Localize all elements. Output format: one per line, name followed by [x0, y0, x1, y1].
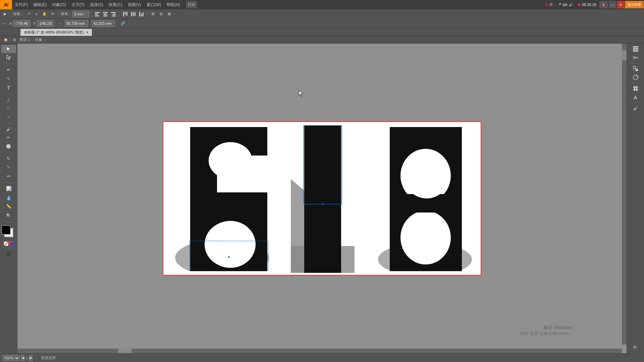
align-left-btn[interactable]: [94, 10, 101, 18]
distribute-v-btn[interactable]: ⊟: [157, 10, 165, 18]
menu-type[interactable]: 文字(T): [69, 0, 87, 9]
curvature-tool[interactable]: ∿: [1, 74, 16, 82]
breadcrumb-bar: 🏠 ⊞ 图层 1 < 对象 >: [0, 36, 644, 44]
y-input[interactable]: [37, 20, 54, 27]
color-swatch[interactable]: [9, 241, 14, 246]
rectangle-tool[interactable]: □: [1, 104, 16, 112]
scale-tool[interactable]: ⤡: [1, 163, 16, 171]
activate-button[interactable]: 激活录课: [625, 1, 644, 8]
transform-panel-btn[interactable]: [628, 65, 643, 73]
svg-rect-44: [633, 66, 636, 69]
blob-brush-tool[interactable]: ⬤: [1, 142, 16, 150]
stroke-color-swatch[interactable]: [1, 225, 11, 235]
brushes-panel-btn[interactable]: 🖌: [628, 104, 643, 112]
eyedropper-tool[interactable]: 💧: [1, 194, 16, 202]
direct-selection-tool[interactable]: [1, 53, 16, 61]
svg-rect-50: [636, 86, 637, 91]
svg-rect-4: [104, 14, 107, 15]
status-bar: 400% 200% 100% ◀ 1 ▶ 直接选择: [0, 353, 644, 362]
selection-tool[interactable]: [1, 45, 16, 53]
menu-window[interactable]: 窗口(W): [144, 0, 164, 9]
svg-rect-0: [95, 12, 100, 13]
valign-top-btn[interactable]: [121, 10, 129, 18]
digit-6: [173, 127, 274, 271]
menu-view[interactable]: 视图(V): [125, 0, 144, 9]
tab-close[interactable]: ✕: [86, 31, 89, 34]
warp-tools: ⇔: [1, 172, 16, 180]
align-center-h-btn[interactable]: [102, 10, 109, 18]
distribute-h-btn[interactable]: ⊞: [149, 10, 157, 18]
appearance-panel-btn[interactable]: [628, 73, 643, 81]
angle-input[interactable]: [72, 11, 89, 17]
valign-bottom-btn[interactable]: [138, 10, 145, 18]
document-tab[interactable]: 未标题-1* @ 400% (RGB/GPU 预览) ✕: [20, 28, 92, 36]
align-right-btn[interactable]: [110, 10, 117, 18]
breadcrumb-layer: 图层 1: [19, 37, 30, 42]
graph-tool[interactable]: 📊: [1, 184, 16, 192]
canvas-area[interactable]: 激活 Windows 转到"设置"以激活 Windows。: [17, 44, 627, 353]
layer-icon[interactable]: ⊞: [11, 37, 18, 43]
svg-rect-45: [636, 69, 638, 71]
layers-panel-btn[interactable]: [628, 45, 643, 53]
pen-tool[interactable]: ✒: [1, 66, 16, 74]
menu-object[interactable]: 对象(O): [49, 0, 68, 9]
menu-edit[interactable]: 编辑(E): [31, 0, 49, 9]
page-number: 1: [26, 356, 28, 360]
none-swatch[interactable]: [4, 241, 8, 246]
menu-bar: Ai 文件(F) 编辑(E) 对象(O) 文字(T) 选择(S) 效果(C) 视…: [0, 0, 644, 9]
valign-middle-btn[interactable]: [129, 10, 137, 18]
minimize-button[interactable]: —: [609, 1, 616, 8]
svg-rect-9: [123, 12, 124, 16]
zoom-tools: 🔍: [1, 212, 16, 220]
expand-panels-btn[interactable]: ▶: [628, 343, 643, 351]
more-options-btn[interactable]: ⋮: [131, 20, 139, 27]
screen-mode-btn[interactable]: ⬛: [1, 250, 16, 258]
align-panel-btn[interactable]: [628, 84, 643, 93]
close-button[interactable]: ✕: [617, 1, 624, 8]
menu-file[interactable]: 文件(F): [12, 0, 31, 9]
zoom-tool[interactable]: 🔍: [1, 212, 16, 220]
shape-tools: ╱ □ ○: [1, 96, 16, 121]
measure-tool[interactable]: 📏: [1, 202, 16, 210]
svg-point-42: [633, 57, 635, 59]
paintbrush-tool[interactable]: 🖌: [1, 125, 16, 133]
breadcrumb-arrow: >: [44, 38, 46, 42]
type-panel-btn[interactable]: A: [628, 93, 643, 101]
menu-help[interactable]: 帮助(H): [164, 0, 183, 9]
print-button[interactable]: 打印: [186, 1, 197, 8]
back-btn[interactable]: 🏠: [2, 37, 9, 43]
rotate-tool[interactable]: ↻: [1, 154, 16, 162]
w-input[interactable]: [65, 20, 88, 27]
width-tool[interactable]: ⇔: [1, 172, 16, 180]
properties-panel-btn[interactable]: [628, 54, 643, 62]
ellipse-tool[interactable]: ○: [1, 113, 16, 121]
distribute-spacing-btn[interactable]: ⊠: [165, 10, 173, 18]
lasso-btn[interactable]: ✋: [41, 10, 48, 18]
svg-rect-15: [139, 12, 140, 16]
audio-button[interactable]: 🔇: [599, 1, 608, 8]
zoom-select[interactable]: 400% 200% 100%: [3, 355, 20, 361]
transform-tools: ↻ ⤡: [1, 154, 16, 171]
h-input[interactable]: [92, 20, 115, 27]
svg-rect-41: [633, 50, 638, 52]
menu-select[interactable]: 选择(S): [87, 0, 106, 9]
text-tools: T: [1, 83, 16, 92]
mini-swatches: [4, 241, 14, 246]
vertical-scrollbar[interactable]: [622, 44, 627, 345]
direct-select-btn[interactable]: ↙: [33, 10, 40, 18]
svg-rect-43: [636, 57, 638, 58]
select-tool-btn[interactable]: ▶: [1, 10, 9, 18]
horizontal-scrollbar[interactable]: [17, 349, 622, 353]
next-page-btn[interactable]: ▶: [29, 355, 33, 361]
x-input[interactable]: [13, 20, 30, 27]
line-tool[interactable]: ╱: [1, 96, 16, 104]
pencil-tool[interactable]: ✏: [1, 133, 16, 141]
select-btn[interactable]: ↗: [25, 10, 32, 18]
recording-dot: [578, 3, 581, 6]
pen-btn[interactable]: ✒: [49, 10, 56, 18]
type-tool[interactable]: T: [1, 83, 16, 92]
lock-proportions-btn[interactable]: 🔗: [119, 20, 127, 27]
color-swatches[interactable]: [1, 225, 16, 240]
prev-page-btn[interactable]: ◀: [21, 355, 24, 361]
menu-effect[interactable]: 效果(C): [106, 0, 125, 9]
